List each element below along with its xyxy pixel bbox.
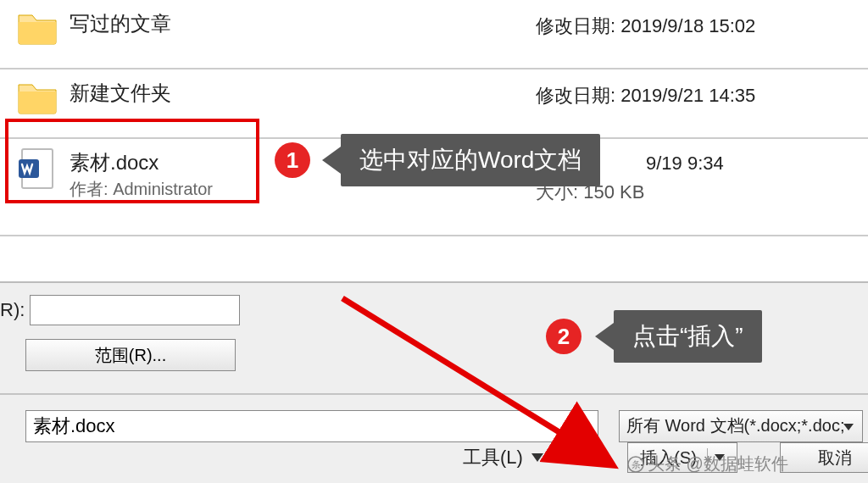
filetype-dropdown[interactable]: 所有 Word 文档(*.docx;*.doc; xyxy=(619,410,863,442)
annotation-callout-2: 点击“插入” xyxy=(614,310,762,363)
chevron-down-icon xyxy=(531,453,543,462)
file-name: 写过的文章 xyxy=(70,10,171,37)
annotation-badge-1: 1 xyxy=(275,142,310,178)
file-date: 修改日期: 2019/9/21 14:35 xyxy=(536,83,755,108)
range-input[interactable] xyxy=(30,295,240,325)
separator xyxy=(0,393,868,395)
annotation-badge-2: 2 xyxy=(546,319,581,354)
file-author: 作者: Administrator xyxy=(70,178,213,201)
cancel-button[interactable]: 取消 xyxy=(780,442,868,473)
filename-input[interactable] xyxy=(25,410,598,442)
watermark: 条 头条 @数据蛙软件 xyxy=(627,452,788,475)
file-list: 写过的文章 修改日期: 2019/9/18 15:02 新建文件夹 修改日期: … xyxy=(0,0,868,236)
folder-icon xyxy=(17,78,61,122)
file-name: 素材.docx xyxy=(70,149,213,176)
file-date: 修改日期: 2019/9/18 15:02 xyxy=(536,14,755,39)
svg-text:条: 条 xyxy=(632,459,641,469)
list-item[interactable]: 写过的文章 修改日期: 2019/9/18 15:02 xyxy=(0,0,868,69)
list-item[interactable]: 新建文件夹 修改日期: 2019/9/21 14:35 xyxy=(0,69,868,139)
cancel-button-label: 取消 xyxy=(818,447,852,469)
folder-icon xyxy=(17,8,61,53)
tools-dropdown[interactable]: 工具(L) xyxy=(463,445,543,470)
file-name: 新建文件夹 xyxy=(70,80,171,107)
range-row-label: R): xyxy=(0,299,25,321)
range-button[interactable]: 范围(R)... xyxy=(25,339,236,371)
word-doc-icon xyxy=(17,147,61,192)
tools-label-text: 工具(L) xyxy=(463,445,523,470)
annotation-callout-1: 选中对应的Word文档 xyxy=(341,134,600,186)
file-date: 9/19 9:34 xyxy=(646,153,724,175)
